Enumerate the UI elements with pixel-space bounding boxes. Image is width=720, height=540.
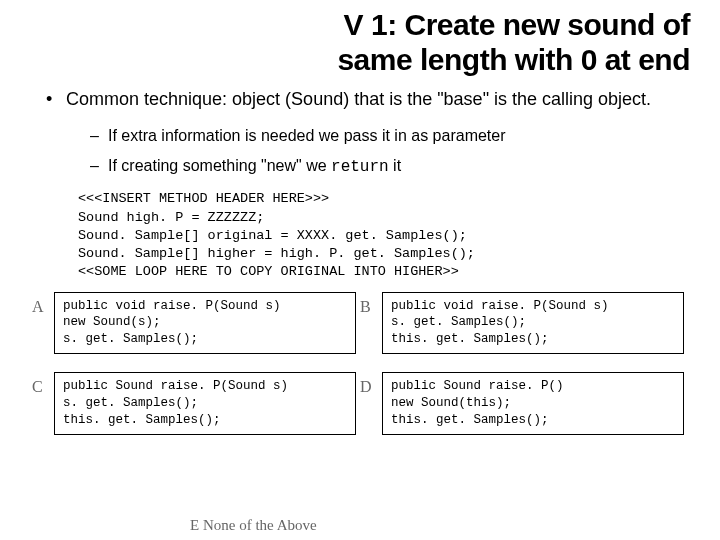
bullet-list: Common technique: object (Sound) that is… <box>30 87 690 178</box>
option-b: public void raise. P(Sound s) s. get. Sa… <box>382 292 684 355</box>
bullet-main: Common technique: object (Sound) that is… <box>48 87 690 178</box>
title-line-2: same length with 0 at end <box>337 43 690 76</box>
option-a-label: A <box>32 298 44 316</box>
code-template: <<<INSERT METHOD HEADER HERE>>> Sound hi… <box>78 190 690 281</box>
sub2-suffix: it <box>389 157 401 174</box>
option-b-wrap: B public void raise. P(Sound s) s. get. … <box>382 292 684 355</box>
option-b-label: B <box>360 298 371 316</box>
sub-bullet-1: If extra information is needed we pass i… <box>90 125 690 147</box>
option-d-label: D <box>360 378 372 396</box>
sub-bullet-list: If extra information is needed we pass i… <box>66 125 690 178</box>
option-a: public void raise. P(Sound s) new Sound(… <box>54 292 356 355</box>
slide-title: V 1: Create new sound of same length wit… <box>30 8 690 77</box>
title-line-1: V 1: Create new sound of <box>344 8 690 41</box>
sub2-code: return <box>331 158 389 176</box>
option-c: public Sound raise. P(Sound s) s. get. S… <box>54 372 356 435</box>
options-grid: A public void raise. P(Sound s) new Soun… <box>54 292 684 435</box>
option-c-label: C <box>32 378 43 396</box>
option-c-wrap: C public Sound raise. P(Sound s) s. get.… <box>54 372 356 435</box>
sub2-prefix: If creating something "new" we <box>108 157 331 174</box>
sub-bullet-2: If creating something "new" we return it <box>90 155 690 179</box>
option-d-wrap: D public Sound raise. P() new Sound(this… <box>382 372 684 435</box>
slide: V 1: Create new sound of same length wit… <box>0 0 720 540</box>
bullet-main-text: Common technique: object (Sound) that is… <box>66 89 651 109</box>
option-e-footnote: E None of the Above <box>190 517 317 534</box>
option-d: public Sound raise. P() new Sound(this);… <box>382 372 684 435</box>
option-a-wrap: A public void raise. P(Sound s) new Soun… <box>54 292 356 355</box>
